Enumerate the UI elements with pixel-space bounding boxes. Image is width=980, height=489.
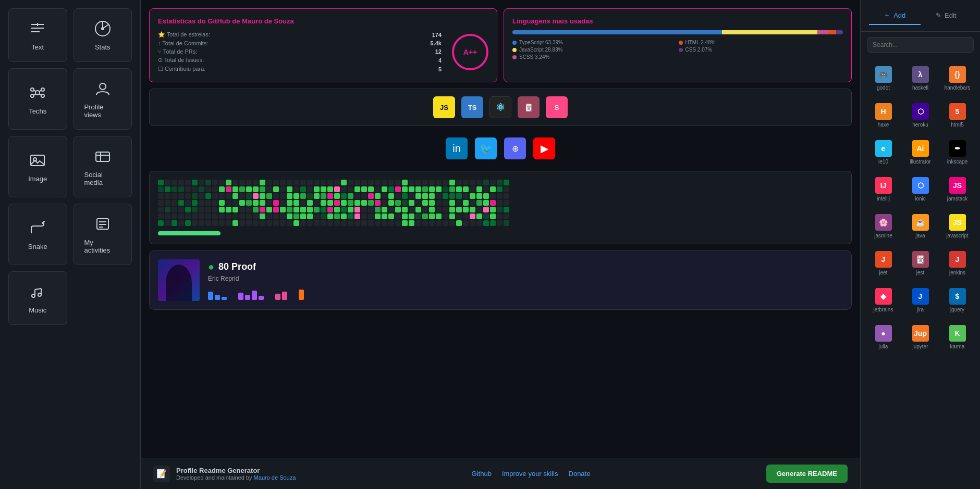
icon-jamstack[interactable]: JSjamstack — [941, 173, 974, 206]
sidebar-item-image-label: Image — [28, 175, 47, 183]
contrib-cell — [415, 214, 421, 219]
contrib-cell — [476, 180, 482, 185]
contrib-cell — [375, 200, 381, 206]
icon-heroku[interactable]: ⬡heroku — [904, 99, 937, 132]
tech-react[interactable]: ⚛ — [489, 96, 511, 118]
contributed-value: 5 — [438, 66, 442, 72]
icon-jquery[interactable]: $jquery — [941, 284, 974, 317]
contrib-cell — [436, 214, 442, 219]
sidebar-item-music[interactable]: Music — [8, 271, 67, 325]
svg-rect-18 — [31, 155, 44, 166]
tab-add[interactable]: ＋ Add — [869, 6, 921, 25]
sidebar-item-techs[interactable]: Techs — [8, 68, 67, 130]
contrib-cell — [165, 220, 170, 226]
sidebar-item-text[interactable]: Text — [8, 8, 67, 62]
icon-jenkins[interactable]: Jjenkins — [941, 247, 974, 280]
commits-value: 5.4k — [431, 40, 442, 46]
sidebar-item-my-activities-label: My activities — [84, 239, 121, 254]
contrib-cell — [266, 214, 272, 219]
contrib-cell — [260, 220, 265, 226]
scss-dot — [512, 55, 517, 59]
sidebar-item-social-media[interactable]: Social media — [74, 136, 132, 197]
jest-icon: 🃏 — [912, 251, 929, 268]
sidebar-item-image[interactable]: Image — [8, 136, 67, 197]
contrib-cell — [314, 193, 320, 199]
contrib-cell — [321, 180, 326, 185]
jeet-label: jeet — [879, 270, 887, 275]
contrib-cell — [212, 180, 218, 185]
tech-ts[interactable]: TS — [461, 96, 483, 118]
contrib-cell — [321, 207, 326, 212]
social-youtube[interactable]: ▶ — [533, 137, 555, 159]
icon-java[interactable]: ☕java — [904, 210, 937, 243]
contrib-cell — [490, 214, 496, 219]
footer-link-improve[interactable]: Improve your skills — [502, 470, 558, 478]
contrib-cell — [463, 193, 469, 199]
stats-icon — [93, 19, 112, 38]
icon-karma[interactable]: Kkarma — [941, 321, 974, 354]
bar-3 — [222, 297, 227, 300]
icon-jupyter[interactable]: Jupjupyter — [904, 321, 937, 354]
contrib-cell — [382, 214, 387, 219]
icon-jira[interactable]: Jjira — [904, 284, 937, 317]
inkscape-icon: ✒ — [949, 140, 966, 157]
icon-jasmine[interactable]: 🌸jasmine — [867, 210, 900, 243]
icon-jest[interactable]: 🃏jest — [904, 247, 937, 280]
contrib-cell — [165, 207, 170, 212]
contrib-cell — [388, 214, 394, 219]
social-linkedin[interactable]: in — [446, 137, 468, 159]
footer-author-link[interactable]: Mauro de Souza — [254, 474, 296, 481]
contrib-cell — [293, 186, 299, 192]
contrib-cell — [497, 193, 503, 199]
contrib-cell — [415, 186, 421, 192]
icon-handlebars[interactable]: {}handlebars — [941, 62, 974, 95]
sidebar-item-profile-views[interactable]: Profile views — [74, 68, 132, 130]
contrib-cell — [422, 220, 428, 226]
icon-jetbrains[interactable]: ◆jetbrains — [867, 284, 900, 317]
contrib-cell — [449, 193, 455, 199]
contrib-cell — [266, 200, 272, 206]
icon-illustrator[interactable]: Aiillustrator — [904, 136, 937, 169]
css-bar-segment — [836, 30, 843, 34]
contrib-cell — [429, 207, 435, 212]
icon-ionic[interactable]: ⬡ionic — [904, 173, 937, 206]
contribution-grid — [158, 180, 843, 226]
contrib-cell — [361, 220, 367, 226]
plus-icon: ＋ — [884, 10, 890, 20]
footer-link-donate[interactable]: Donate — [569, 470, 591, 478]
sidebar-item-my-activities[interactable]: My activities — [74, 204, 132, 265]
contrib-cell — [239, 214, 245, 219]
icon-jeet[interactable]: Jjeet — [867, 247, 900, 280]
contrib-cell — [314, 214, 320, 219]
tech-jest[interactable]: 🃏 — [518, 96, 540, 118]
jenkins-label: jenkins — [949, 270, 965, 275]
icon-intellij[interactable]: IJintellij — [867, 173, 900, 206]
contrib-cell — [293, 180, 299, 185]
icon-html5[interactable]: 5html5 — [941, 99, 974, 132]
icon-haxe[interactable]: Hhaxe — [867, 99, 900, 132]
sidebar-item-stats[interactable]: Stats — [74, 8, 132, 62]
generate-readme-button[interactable]: Generate README — [766, 465, 848, 483]
contrib-cell — [348, 200, 353, 206]
tech-js[interactable]: JS — [433, 96, 455, 118]
icon-godot[interactable]: 🎮godot — [867, 62, 900, 95]
icon-haskell[interactable]: λhaskell — [904, 62, 937, 95]
contrib-cell — [422, 186, 428, 192]
sidebar-item-snake[interactable]: Snake — [8, 204, 67, 265]
icon-inkscape[interactable]: ✒inkscape — [941, 136, 974, 169]
illustrator-label: illustrator — [910, 159, 931, 165]
icon-ie10[interactable]: eie10 — [867, 136, 900, 169]
sidebar-item-techs-label: Techs — [29, 107, 46, 115]
footer-link-github[interactable]: Github — [472, 470, 492, 478]
jetbrains-icon: ◆ — [875, 288, 892, 305]
contrib-cell — [354, 193, 360, 199]
tab-edit[interactable]: ✎ Edit — [921, 7, 972, 24]
icon-julia[interactable]: ●julia — [867, 321, 900, 354]
search-input[interactable] — [867, 37, 974, 53]
tech-storybook[interactable]: S — [546, 96, 568, 118]
social-twitter[interactable]: 🐦 — [475, 137, 497, 159]
lang-grid: TypeScript 63.39% HTML 2.48% JavaScript … — [512, 40, 843, 60]
social-discord[interactable]: ⊕ — [504, 137, 526, 159]
contrib-cell — [273, 207, 279, 212]
icon-javascript[interactable]: JSjavascript — [941, 210, 974, 243]
